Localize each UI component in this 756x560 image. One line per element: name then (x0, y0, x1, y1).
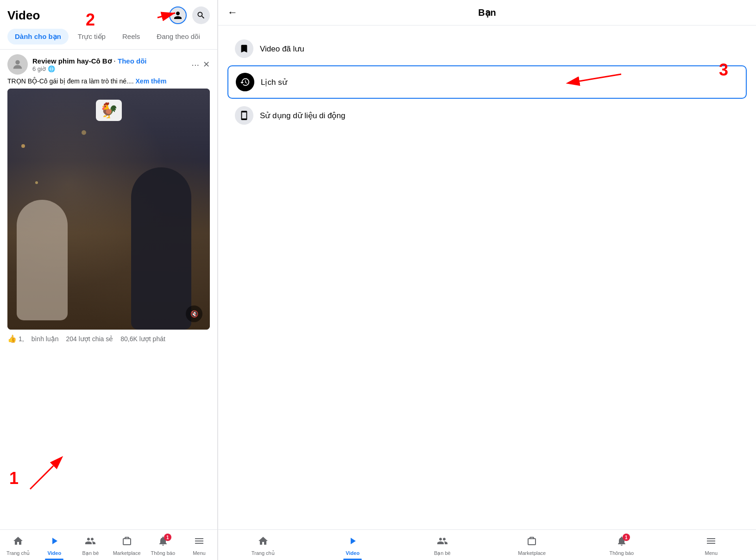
nav-right-thong-bao[interactable]: 1 Thông báo (577, 534, 667, 558)
nav-right-marketplace[interactable]: Marketplace (487, 534, 577, 558)
back-button[interactable]: ← (227, 6, 238, 19)
nav-right-label-menu: Menu (705, 550, 718, 556)
video-post: Review phim hay-Cô Bơ · Theo dõi 6 giờ 🌐… (0, 50, 217, 560)
nav-right-label-trang-chu: Trang chủ (252, 550, 275, 556)
nav-thong-bao[interactable]: 1 Thông báo (145, 534, 181, 558)
header-icons (169, 6, 210, 24)
left-header: Video (0, 0, 217, 24)
nav-trang-chu[interactable]: Trang chủ (0, 534, 36, 558)
bokeh-1 (21, 144, 25, 148)
menu-item-mobile-data[interactable]: Sử dụng dữ liệu di động (227, 100, 747, 131)
history-icon (236, 73, 254, 91)
post-follow-btn[interactable]: Theo dõi (118, 57, 147, 65)
notification-badge: 1 (164, 534, 171, 541)
nav-right-label-thong-bao: Thông báo (609, 550, 634, 556)
nav-right-video[interactable]: Video (308, 534, 398, 558)
post-dot: · (113, 57, 118, 65)
nav-label-ban-be: Bạn bè (82, 550, 99, 556)
bottom-nav-left: Trang chủ Video Bạn bè Marketplace (0, 529, 217, 560)
tab-danh-cho-ban[interactable]: Dành cho bạn (7, 29, 69, 45)
search-button[interactable] (192, 6, 210, 24)
right-menu-list: Video đã lưu Lịch sử Sử dụng dữ liệu di … (218, 25, 756, 139)
page-title: Video (7, 8, 40, 23)
post-avatar (7, 54, 28, 75)
tab-truc-tiep[interactable]: Trực tiếp (70, 29, 113, 45)
menu-label-saved: Video đã lưu (260, 44, 304, 54)
menu-label-mobile-data: Sử dụng dữ liệu di động (260, 111, 345, 121)
nav-right-ban-be[interactable]: Bạn bè (397, 534, 487, 558)
menu-icon (194, 535, 205, 549)
video-thumbnail[interactable]: 🐓 🔇 (7, 89, 210, 330)
nav-right-menu[interactable]: Menu (667, 534, 756, 558)
right-friends-icon (437, 535, 448, 549)
mobile-data-icon (235, 106, 253, 125)
video-icon (49, 535, 60, 549)
nav-menu[interactable]: Menu (181, 534, 217, 558)
notification-icon: 1 (158, 535, 169, 549)
nav-right-label-ban-be: Bạn bè (434, 550, 451, 556)
menu-item-saved-videos[interactable]: Video đã lưu (227, 33, 747, 64)
marketplace-icon (121, 535, 132, 549)
bokeh-2 (35, 181, 38, 184)
nav-label-thong-bao: Thông báo (151, 550, 175, 556)
tab-reels[interactable]: Reels (115, 29, 147, 45)
post-meta: Review phim hay-Cô Bơ · Theo dõi 6 giờ 🌐 (32, 57, 187, 72)
more-options-btn[interactable]: ··· (191, 59, 199, 70)
right-marketplace-icon (526, 535, 537, 549)
bokeh-3 (82, 130, 86, 135)
nav-marketplace[interactable]: Marketplace (109, 534, 145, 558)
post-actions: ··· ✕ (191, 59, 210, 70)
see-more-btn[interactable]: Xem thêm (136, 77, 167, 85)
right-notification-badge: 1 (623, 534, 630, 541)
nav-video[interactable]: Video (36, 534, 72, 558)
figure-right (131, 167, 191, 330)
post-time: 6 giờ 🌐 (32, 65, 187, 72)
post-header: Review phim hay-Cô Bơ · Theo dõi 6 giờ 🌐… (7, 54, 210, 75)
post-author-name: Review phim hay-Cô Bơ (32, 57, 112, 65)
tab-bar: Dành cho bạn Trực tiếp Reels Đang theo d… (0, 24, 217, 50)
svg-point-0 (15, 60, 19, 64)
bottom-nav-right: Trang chủ Video Bạn bè Marketplace 1 (218, 529, 756, 560)
right-home-icon (258, 535, 269, 549)
right-panel-title: Bạn (478, 7, 496, 18)
right-video-icon (347, 535, 358, 549)
nav-right-trang-chu[interactable]: Trang chủ (218, 534, 308, 558)
mute-button[interactable]: 🔇 (186, 305, 202, 322)
close-post-btn[interactable]: ✕ (203, 59, 210, 70)
right-header: ← Bạn (218, 0, 756, 25)
post-author-line: Review phim hay-Cô Bơ · Theo dõi (32, 57, 187, 65)
post-stats: 👍 1, bình luận 204 lượt chia sẻ 80,6K lư… (7, 330, 210, 348)
nav-label-menu: Menu (193, 550, 206, 556)
rooster-emoji: 🐓 (96, 100, 122, 121)
like-count: 👍 1, (7, 334, 24, 343)
nav-label-video: Video (47, 550, 61, 556)
nav-label-marketplace: Marketplace (113, 550, 141, 556)
figure-left (17, 200, 68, 320)
tab-dang-theo-doi[interactable]: Đang theo dõi (149, 29, 207, 45)
nav-ban-be[interactable]: Bạn bè (72, 534, 108, 558)
nav-right-label-marketplace: Marketplace (518, 550, 546, 556)
profile-button[interactable] (169, 6, 187, 24)
menu-label-history: Lịch sử (261, 77, 287, 87)
menu-item-history[interactable]: Lịch sử (227, 65, 747, 99)
saved-videos-icon (235, 39, 253, 58)
friends-icon (85, 535, 96, 549)
nav-label-trang-chu: Trang chủ (6, 550, 30, 556)
right-panel: ← Bạn Video đã lưu Lịch sử (218, 0, 756, 529)
home-icon (13, 535, 24, 549)
right-notification-icon: 1 (616, 535, 627, 549)
right-menu-icon (706, 535, 717, 549)
nav-right-label-video: Video (346, 550, 359, 556)
post-description: TRỌN BỘ-Cô gái bị đem ra làm trò thi né.… (7, 77, 210, 85)
